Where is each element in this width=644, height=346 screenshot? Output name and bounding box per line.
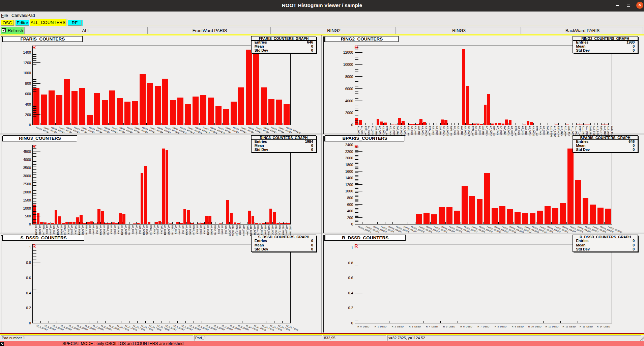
svg-text:A1_BGO2: A1_BGO2 [38,225,41,235]
svg-text:A8_black: A8_black [518,126,520,135]
svg-text:A3_BGO1: A3_BGO1 [78,225,81,235]
svg-text:A11_green: A11_green [264,225,267,236]
svg-text:A2_black: A2_black [389,126,392,135]
svg-text:R3A11_red: R3A11_red [257,225,259,236]
svg-text:A4_black: A4_black [110,225,113,235]
svg-text:R3A4_red: R3A4_red [107,225,109,235]
svg-text:A3_green: A3_green [414,126,417,136]
svg-text:Entries: Entries [255,40,267,44]
svg-text:Std Dev: Std Dev [255,48,268,52]
svg-text:Entries: Entries [255,239,267,243]
svg-text:1: 1 [29,246,31,250]
svg-text:R2A1_red: R2A1_red [364,126,367,136]
svg-text:12000: 12000 [343,50,353,54]
svg-text:A11_black: A11_black [582,126,585,136]
svg-text:A12_black: A12_black [604,126,606,136]
svg-text:R2A11_red: R2A11_red [578,126,581,137]
svg-text:200: 200 [347,216,353,220]
svg-text:3A4_blue: 3A4_blue [117,225,120,235]
svg-text:8000: 8000 [345,75,353,79]
svg-text:A8_green: A8_green [521,126,524,136]
svg-text:A5_BGO2: A5_BGO2 [446,126,449,136]
svg-text:Mean: Mean [576,243,586,247]
svg-text:A1_black: A1_black [46,225,48,235]
svg-text:R_13_DSSD: R_13_DSSD [580,325,593,328]
svg-text:R: R [32,45,36,50]
svg-text:3A8_blue: 3A8_blue [203,225,206,235]
svg-text:A1_green: A1_green [371,126,374,136]
svg-text:A6_BGO1: A6_BGO1 [464,126,467,136]
svg-text:R3A7_red: R3A7_red [171,225,174,235]
svg-text:0: 0 [29,222,31,226]
svg-text:A3_BGO1: A3_BGO1 [400,126,403,136]
svg-text:0.6: 0.6 [348,276,353,280]
svg-text:R2A3_red: R2A3_red [407,126,410,136]
svg-text:500: 500 [25,214,31,218]
svg-text:A4_BGO2: A4_BGO2 [103,225,106,235]
svg-text:A5_green: A5_green [457,126,460,136]
svg-text:2500: 2500 [23,182,31,186]
svg-text:800: 800 [347,196,353,200]
svg-text:R_DSSD_COUNTERS_GRAPH: R_DSSD_COUNTERS_GRAPH [580,235,631,239]
svg-text:A10_green: A10_green [564,126,567,137]
svg-text:0: 0 [633,48,635,52]
svg-text:A10_BGO2: A10_BGO2 [553,126,556,137]
svg-text:A7_BGO2: A7_BGO2 [489,126,492,136]
svg-text:A1_BGO1: A1_BGO1 [357,126,360,136]
svg-text:R_DSSD_COUNTERS: R_DSSD_COUNTERS [342,235,388,240]
svg-text:2000: 2000 [23,190,31,194]
svg-text:0: 0 [29,321,31,325]
svg-text:RING2_COUNTERS: RING2_COUNTERS [341,36,383,42]
svg-text:A5_black: A5_black [453,126,456,135]
svg-text:A8_green: A8_green [200,225,202,235]
svg-text:3A6_blue: 3A6_blue [160,225,163,235]
svg-text:A8_black: A8_black [196,225,199,235]
svg-text:R: R [354,144,358,149]
svg-text:R3A8_red: R3A8_red [192,225,195,235]
svg-text:R2A9_red: R2A9_red [535,126,538,136]
svg-text:Std Dev: Std Dev [576,247,590,251]
svg-text:R_10_DSSD: R_10_DSSD [528,325,541,328]
svg-text:2A12_blue: 2A12_blue [611,126,613,137]
svg-text:FPARIS_COUNTERS: FPARIS_COUNTERS [20,36,65,42]
svg-text:200: 200 [25,113,31,117]
svg-text:A6_green: A6_green [478,126,481,136]
svg-text:RING3_COUNTERS_GRAPH: RING3_COUNTERS_GRAPH [260,136,308,140]
svg-text:BPARIS_COUNTERS_GRAPH: BPARIS_COUNTERS_GRAPH [580,136,631,140]
svg-text:A2_BGO1: A2_BGO1 [378,126,381,136]
svg-text:A2_green: A2_green [70,225,73,235]
svg-text:A10_black: A10_black [239,225,241,236]
svg-text:A5_BGO1: A5_BGO1 [121,225,123,235]
svg-text:4000: 4000 [345,99,353,103]
svg-text:1400: 1400 [345,176,353,180]
svg-text:0: 0 [311,44,313,48]
svg-text:A9_black: A9_black [217,225,220,235]
svg-text:A11_BGO1: A11_BGO1 [250,225,252,236]
svg-text:R_1_DSSD: R_1_DSSD [375,325,386,328]
svg-text:0: 0 [633,143,635,148]
svg-text:10000: 10000 [343,62,353,66]
svg-text:A9_green: A9_green [543,126,545,136]
svg-text:1: 1 [351,246,353,250]
svg-text:800: 800 [25,81,31,85]
svg-text:3A2_blue: 3A2_blue [74,225,77,235]
svg-text:2000: 2000 [345,111,353,115]
svg-text:Std Dev: Std Dev [576,48,590,52]
svg-text:R2A7_red: R2A7_red [493,126,495,136]
svg-text:0: 0 [311,48,313,52]
svg-text:A11_BGO2: A11_BGO2 [575,126,578,137]
svg-text:600: 600 [347,203,353,207]
svg-text:4000: 4000 [23,158,31,162]
svg-text:3000: 3000 [23,174,31,178]
svg-text:A3_black: A3_black [411,126,413,135]
svg-text:R_0_DSSD: R_0_DSSD [357,325,369,328]
svg-text:R2A4_red: R2A4_red [428,126,431,136]
svg-text:0: 0 [351,123,353,127]
svg-text:BPARIS_COUNTERS: BPARIS_COUNTERS [343,136,387,141]
svg-text:A7_black: A7_black [174,225,177,235]
svg-text:R_6_DSSD: R_6_DSSD [460,325,472,328]
svg-text:400: 400 [347,209,353,213]
svg-text:A3_black: A3_black [89,225,91,235]
svg-text:A8_BGO1: A8_BGO1 [185,225,188,235]
svg-text:R2A8_red: R2A8_red [514,126,517,136]
